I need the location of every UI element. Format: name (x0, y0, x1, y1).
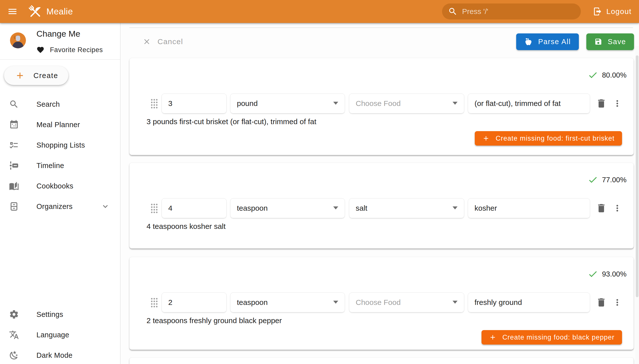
dropdown-arrow-icon (453, 206, 458, 210)
confidence-value: 93.00% (602, 270, 626, 278)
ingredient-fields-row: 2 teaspoon Choose Food freshly ground (130, 292, 633, 312)
cancel-label: Cancel (157, 38, 183, 46)
create-missing-food-label: Create missing food: black pepper (502, 334, 614, 341)
check-icon (588, 70, 598, 80)
quantity-input[interactable]: 2 (161, 292, 227, 312)
sidebar: Change Me Favorite Recipes Create Search… (0, 23, 121, 364)
unit-select[interactable]: teaspoon (230, 292, 345, 312)
plus-icon (489, 334, 497, 341)
quantity-input[interactable]: 4 (161, 198, 227, 218)
sidebar-item-organizers[interactable]: Organizers (0, 196, 120, 217)
unit-value: pound (237, 99, 258, 108)
close-icon (142, 38, 151, 46)
food-select[interactable]: Choose Food (349, 94, 464, 114)
search-placeholder: Press '/' (462, 7, 488, 16)
ingredient-card: 77.00% 4 teaspoon salt kosher (129, 162, 634, 248)
parse-all-label: Parse All (538, 38, 571, 46)
drag-handle[interactable] (150, 297, 158, 308)
sidebar-item-dark-mode[interactable]: Dark Mode (0, 345, 120, 364)
create-missing-food-button[interactable]: Create missing food: first-cut brisket (475, 131, 622, 146)
ingredient-fields-row: 4 teaspoon salt kosher (130, 198, 633, 218)
dropdown-arrow-icon (453, 102, 458, 105)
fork-knife-icon (27, 4, 43, 19)
sidebar-item-settings[interactable]: Settings (0, 304, 120, 324)
favorite-recipes-link[interactable]: Favorite Recipes (37, 46, 103, 54)
check-icon (588, 174, 598, 185)
logout-button[interactable]: Logout (591, 4, 633, 20)
more-options-button[interactable] (612, 298, 622, 308)
translate-icon (9, 330, 19, 340)
sidebar-item-timeline[interactable]: Timeline (0, 155, 120, 176)
sidebar-item-search[interactable]: Search (0, 94, 120, 114)
unit-select[interactable]: teaspoon (230, 198, 345, 218)
food-select[interactable]: salt (349, 198, 464, 218)
moon-icon (9, 350, 19, 360)
unit-select[interactable]: pound (230, 94, 345, 114)
create-button[interactable]: Create (4, 66, 68, 85)
parser-toolbar: Cancel Parse All Save (141, 33, 634, 50)
chevron-down-icon[interactable] (101, 202, 110, 211)
user-profile[interactable]: Change Me Favorite Recipes (0, 23, 120, 60)
logout-icon (593, 7, 602, 16)
sidebar-item-label: Shopping Lists (37, 141, 85, 149)
sidebar-item-label: Settings (37, 310, 63, 318)
avatar (10, 32, 26, 48)
checklist-icon (9, 140, 19, 150)
food-select[interactable]: Choose Food (349, 292, 464, 312)
ingredient-card: 80.00% 3 pound Choose Food (or flat-cut)… (129, 58, 634, 155)
create-missing-food-button[interactable]: Create missing food: black pepper (482, 330, 622, 344)
app-title: Mealie (46, 6, 73, 16)
note-input[interactable]: freshly ground (468, 292, 590, 312)
sidebar-item-label: Search (37, 100, 60, 108)
delete-ingredient-button[interactable] (596, 297, 607, 308)
create-button-label: Create (34, 72, 58, 80)
note-value: (or flat-cut), trimmed of fat (475, 99, 561, 108)
magnify-icon (9, 99, 19, 109)
plus-icon (482, 135, 490, 142)
check-icon (588, 269, 598, 279)
floppy-icon (594, 38, 602, 46)
parse-all-button[interactable]: Parse All (516, 34, 579, 50)
quantity-input[interactable]: 3 (161, 94, 227, 114)
app-bar: Mealie Press '/' Logout (0, 0, 639, 23)
sidebar-item-label: Timeline (37, 162, 64, 170)
sidebar-item-label: Dark Mode (37, 351, 73, 360)
ingredient-card-partial (129, 357, 634, 364)
quantity-value: 3 (168, 99, 172, 108)
cancel-button[interactable]: Cancel (141, 37, 184, 46)
note-value: freshly ground (475, 298, 522, 307)
trash-icon (596, 98, 607, 109)
gear-icon (9, 310, 19, 319)
scrollbar-thumb[interactable] (636, 55, 638, 297)
dots-vertical-icon (612, 298, 622, 308)
note-input[interactable]: kosher (468, 198, 590, 218)
trash-icon (596, 297, 607, 308)
quantity-value: 4 (168, 204, 172, 212)
sidebar-item-cookbooks[interactable]: Cookbooks (0, 176, 120, 196)
create-missing-food-label: Create missing food: first-cut brisket (496, 135, 614, 142)
drag-handle[interactable] (150, 203, 158, 214)
drag-handle[interactable] (150, 98, 158, 109)
save-button[interactable]: Save (586, 34, 634, 50)
original-ingredient-text: 3 pounds first-cut brisket (or flat-cut)… (146, 118, 633, 126)
ingredient-fields-row: 3 pound Choose Food (or flat-cut), trimm… (130, 94, 633, 114)
sidebar-item-meal-planner[interactable]: Meal Planner (0, 114, 120, 135)
dropdown-arrow-icon (453, 301, 458, 304)
logout-label: Logout (606, 7, 631, 16)
mealie-logo[interactable] (27, 4, 43, 20)
quantity-value: 2 (168, 298, 172, 307)
more-options-button[interactable] (612, 203, 622, 213)
confidence-row: 93.00% (130, 257, 633, 280)
menu-button[interactable] (5, 4, 21, 20)
delete-ingredient-button[interactable] (596, 98, 607, 109)
sidebar-item-shopping-lists[interactable]: Shopping Lists (0, 135, 120, 155)
delete-ingredient-button[interactable] (596, 203, 607, 214)
sidebar-item-language[interactable]: Language (0, 324, 120, 345)
search-input[interactable]: Press '/' (442, 4, 581, 20)
dropdown-arrow-icon (333, 102, 338, 105)
hamburger-icon (7, 6, 18, 17)
plus-icon (15, 70, 25, 80)
note-input[interactable]: (or flat-cut), trimmed of fat (468, 94, 590, 114)
favorite-recipes-label: Favorite Recipes (50, 46, 103, 54)
more-options-button[interactable] (612, 98, 622, 108)
